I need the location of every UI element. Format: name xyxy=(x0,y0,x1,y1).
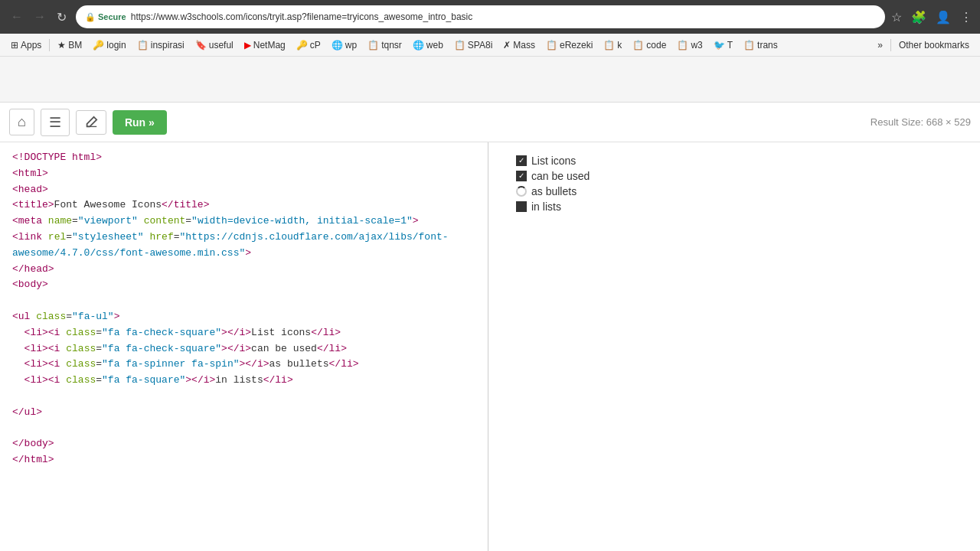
web-icon: 🌐 xyxy=(413,40,424,51)
forward-button[interactable]: → xyxy=(29,7,51,27)
web-label: web xyxy=(426,40,443,51)
code-label: code xyxy=(646,40,666,51)
trans-label: trans xyxy=(757,40,778,51)
bookmark-apps[interactable]: ⊞ Apps xyxy=(6,38,46,52)
bookmark-w3[interactable]: 📋 w3 xyxy=(672,38,707,52)
editor-area: <!DOCTYPE html> <html> <head> <title>Fon… xyxy=(0,142,980,551)
more-bookmarks-button[interactable]: » xyxy=(873,38,887,52)
square-icon xyxy=(516,201,527,212)
other-bookmarks[interactable]: Other bookmarks xyxy=(894,38,974,52)
login-icon: 🔑 xyxy=(93,40,104,51)
wp-label: wp xyxy=(345,40,357,51)
code-line-14: <li><i class="fa fa-spinner fa-spin"></i… xyxy=(12,357,475,373)
mass-label: Mass xyxy=(513,40,535,51)
bookmark-tqnsr[interactable]: 📋 tqnsr xyxy=(363,38,407,52)
code-line-18 xyxy=(12,421,475,437)
w3schools-header-area xyxy=(0,57,980,103)
k-icon: 📋 xyxy=(603,40,615,51)
spa8i-label: SPA8i xyxy=(468,40,492,51)
code-line-4: <title>Font Awesome Icons</title> xyxy=(12,197,475,214)
code-line-8: </head> xyxy=(12,262,475,278)
bookmark-login[interactable]: 🔑 login xyxy=(88,38,130,52)
code-line-19: </body> xyxy=(12,436,475,452)
eraser-button[interactable] xyxy=(76,110,106,135)
bookmark-separator-2 xyxy=(890,39,891,51)
settings-button[interactable]: ⋮ xyxy=(959,8,974,26)
twitter-label: T xyxy=(727,40,733,51)
erezeki-icon: 📋 xyxy=(546,40,557,51)
spinner-icon xyxy=(516,186,527,197)
useful-icon: 🔖 xyxy=(195,40,207,51)
menu-button[interactable]: ☰ xyxy=(41,109,70,136)
trans-icon: 📋 xyxy=(743,40,755,51)
useful-label: useful xyxy=(209,40,234,51)
bookmark-mass[interactable]: ✗ Mass xyxy=(498,38,540,52)
bookmark-code[interactable]: 📋 code xyxy=(628,38,671,52)
other-bookmarks-label: Other bookmarks xyxy=(899,40,969,51)
code-line-3: <head> xyxy=(12,182,475,198)
bookmark-twitter[interactable]: 🐦 T xyxy=(709,38,737,52)
code-panel[interactable]: <!DOCTYPE html> <html> <head> <title>Fon… xyxy=(0,142,488,551)
list-item-text-4: in lists xyxy=(531,201,561,213)
bookmarks-bar: ⊞ Apps ★ BM 🔑 login 📋 inspirasi 🔖 useful… xyxy=(0,34,980,57)
w3-icon: 📋 xyxy=(677,40,688,51)
twitter-icon: 🐦 xyxy=(714,40,725,51)
refresh-button[interactable]: ↻ xyxy=(52,7,71,28)
list-item-2: can be used xyxy=(516,170,968,182)
inspirasi-icon: 📋 xyxy=(137,40,149,51)
apps-label: Apps xyxy=(21,40,41,51)
list-item-text-1: List icons xyxy=(531,155,576,167)
bookmark-web[interactable]: 🌐 web xyxy=(408,38,448,52)
bookmark-wp[interactable]: 🌐 wp xyxy=(327,38,361,52)
star-button[interactable]: ☆ xyxy=(890,8,903,26)
code-line-16 xyxy=(12,389,475,405)
cp-label: cP xyxy=(310,40,321,51)
browser-actions: ☆ 🧩 👤 ⋮ xyxy=(890,8,974,26)
more-bookmarks-label: » xyxy=(877,40,883,51)
account-button[interactable]: 👤 xyxy=(934,8,952,26)
code-line-2: <html> xyxy=(12,166,475,182)
code-line-11: <ul class="fa-ul"> xyxy=(12,309,475,325)
wp-icon: 🌐 xyxy=(332,40,343,51)
bookmark-k[interactable]: 📋 k xyxy=(599,38,626,52)
cp-icon: 🔑 xyxy=(296,40,308,51)
secure-badge: 🔒 Secure xyxy=(85,12,126,22)
preview-list: List icons can be used as bullets in lis… xyxy=(501,155,968,213)
code-line-6: <link rel="stylesheet" href="https://cdn… xyxy=(12,230,475,246)
editor-toolbar: ⌂ ☰ Run » Result Size: 668 × 529 xyxy=(0,103,980,142)
w3-label: w3 xyxy=(691,40,702,51)
spa8i-icon: 📋 xyxy=(454,40,466,51)
back-button[interactable]: ← xyxy=(6,7,28,27)
inspirasi-label: inspirasi xyxy=(151,40,185,51)
address-bar[interactable]: 🔒 Secure https://www.w3schools.com/icons… xyxy=(76,5,885,28)
code-line-1: <!DOCTYPE html> xyxy=(12,150,475,166)
bookmark-trans[interactable]: 📋 trans xyxy=(739,38,782,52)
bookmark-inspirasi[interactable]: 📋 inspirasi xyxy=(132,38,189,52)
home-button[interactable]: ⌂ xyxy=(9,109,34,135)
list-item-4: in lists xyxy=(516,201,968,213)
browser-top-bar: ← → ↻ 🔒 Secure https://www.w3schools.com… xyxy=(0,0,980,34)
bookmark-cp[interactable]: 🔑 cP xyxy=(292,38,325,52)
tqnsr-icon: 📋 xyxy=(368,40,379,51)
url-text: https://www.w3schools.com/icons/tryit.as… xyxy=(131,11,876,22)
code-line-10 xyxy=(12,293,475,309)
mass-icon: ✗ xyxy=(503,40,511,51)
run-label: Run » xyxy=(125,116,155,129)
bookmark-separator-1 xyxy=(49,39,50,51)
bookmark-spa8i[interactable]: 📋 SPA8i xyxy=(449,38,497,52)
code-line-7: awesome/4.7.0/css/font-awesome.min.css"> xyxy=(12,246,475,262)
list-item-1: List icons xyxy=(516,155,968,167)
code-line-9: <body> xyxy=(12,277,475,293)
bookmark-bm[interactable]: ★ BM xyxy=(53,38,87,52)
bookmark-netmag[interactable]: ▶ NetMag xyxy=(240,38,290,52)
bookmark-useful[interactable]: 🔖 useful xyxy=(191,38,238,52)
netmag-label: NetMag xyxy=(253,40,286,51)
run-button[interactable]: Run » xyxy=(113,110,167,135)
netmag-icon: ▶ xyxy=(244,40,251,51)
bookmark-erezeki[interactable]: 📋 eRezeki xyxy=(541,38,597,52)
extensions-button[interactable]: 🧩 xyxy=(910,8,928,26)
code-line-20: </html> xyxy=(12,452,475,468)
list-item-text-3: as bullets xyxy=(531,185,577,197)
lock-icon: 🔒 xyxy=(85,12,96,22)
list-item-3: as bullets xyxy=(516,185,968,197)
